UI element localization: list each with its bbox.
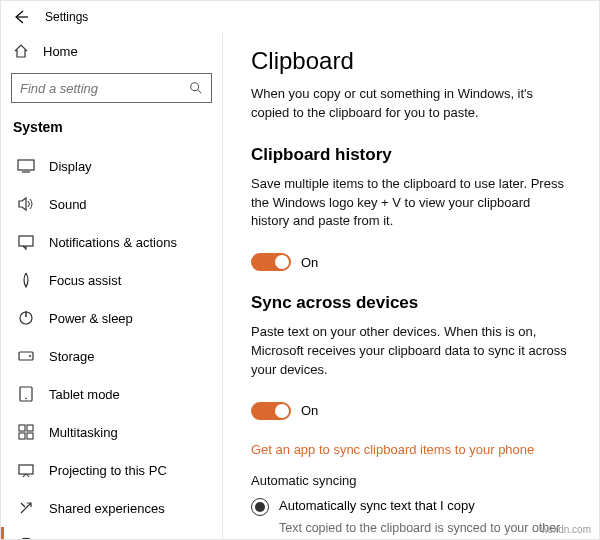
page-intro: When you copy or cut something in Window…: [251, 85, 571, 123]
svg-rect-15: [27, 433, 33, 439]
sidebar-item-label: Shared experiences: [49, 501, 165, 516]
watermark: wsxdn.com: [541, 524, 591, 535]
history-toggle-state: On: [301, 255, 318, 270]
sync-toggle[interactable]: [251, 402, 291, 420]
page-title: Clipboard: [251, 47, 571, 75]
sidebar-item-tablet-mode[interactable]: Tablet mode: [1, 375, 222, 413]
multitasking-icon: [17, 423, 35, 441]
radio-auto-sync[interactable]: Automatically sync text that I copy: [251, 498, 571, 516]
sidebar-item-sound[interactable]: Sound: [1, 185, 222, 223]
sidebar-item-label: Sound: [49, 197, 87, 212]
svg-line-2: [198, 90, 202, 94]
back-icon[interactable]: [13, 9, 29, 25]
svg-point-11: [25, 398, 27, 400]
sidebar-item-projecting[interactable]: Projecting to this PC: [1, 451, 222, 489]
sidebar-item-label: Clipboard: [49, 539, 105, 540]
focus-assist-icon: [17, 271, 35, 289]
automatic-syncing-subhead: Automatic syncing: [251, 473, 571, 488]
sidebar-item-focus-assist[interactable]: Focus assist: [1, 261, 222, 299]
sidebar-item-clipboard[interactable]: Clipboard: [1, 527, 222, 539]
display-icon: [17, 157, 35, 175]
sidebar-item-label: Notifications & actions: [49, 235, 177, 250]
sidebar-item-label: Display: [49, 159, 92, 174]
home-nav[interactable]: Home: [1, 33, 222, 69]
svg-rect-13: [27, 425, 33, 431]
sync-heading: Sync across devices: [251, 293, 571, 313]
power-icon: [17, 309, 35, 327]
sync-desc: Paste text on your other devices. When t…: [251, 323, 571, 380]
sidebar-item-label: Tablet mode: [49, 387, 120, 402]
window-title: Settings: [45, 10, 88, 24]
sound-icon: [17, 195, 35, 213]
history-heading: Clipboard history: [251, 145, 571, 165]
sidebar: Home System Display: [1, 33, 223, 539]
svg-rect-18: [23, 539, 29, 540]
sidebar-item-label: Multitasking: [49, 425, 118, 440]
storage-icon: [17, 347, 35, 365]
svg-point-1: [191, 83, 199, 91]
search-input[interactable]: [11, 73, 212, 103]
sidebar-item-multitasking[interactable]: Multitasking: [1, 413, 222, 451]
history-toggle[interactable]: [251, 253, 291, 271]
radio-auto-sync-desc: Text copied to the clipboard is synced t…: [279, 520, 571, 539]
search-icon: [189, 81, 203, 95]
sidebar-item-label: Storage: [49, 349, 95, 364]
svg-point-9: [29, 355, 31, 357]
svg-rect-16: [19, 465, 33, 474]
svg-rect-3: [18, 160, 34, 170]
radio-label: Automatically sync text that I copy: [279, 498, 475, 513]
svg-rect-5: [19, 236, 33, 246]
home-icon: [13, 43, 29, 59]
sidebar-item-label: Power & sleep: [49, 311, 133, 326]
get-app-link[interactable]: Get an app to sync clipboard items to yo…: [251, 442, 571, 457]
content-pane: Clipboard When you copy or cut something…: [223, 33, 599, 539]
category-heading: System: [1, 113, 222, 147]
projecting-icon: [17, 461, 35, 479]
svg-rect-12: [19, 425, 25, 431]
sidebar-item-notifications[interactable]: Notifications & actions: [1, 223, 222, 261]
sidebar-item-label: Focus assist: [49, 273, 121, 288]
window-titlebar: Settings: [1, 1, 599, 33]
history-desc: Save multiple items to the clipboard to …: [251, 175, 571, 232]
svg-rect-14: [19, 433, 25, 439]
shared-experiences-icon: [17, 499, 35, 517]
tablet-icon: [17, 385, 35, 403]
clipboard-icon: [17, 537, 35, 539]
sidebar-item-shared-experiences[interactable]: Shared experiences: [1, 489, 222, 527]
sync-toggle-state: On: [301, 403, 318, 418]
sidebar-item-storage[interactable]: Storage: [1, 337, 222, 375]
radio-icon: [251, 498, 269, 516]
sidebar-item-label: Projecting to this PC: [49, 463, 167, 478]
home-label: Home: [43, 44, 78, 59]
search-field[interactable]: [20, 81, 189, 96]
sidebar-item-power-sleep[interactable]: Power & sleep: [1, 299, 222, 337]
sidebar-item-display[interactable]: Display: [1, 147, 222, 185]
notifications-icon: [17, 233, 35, 251]
